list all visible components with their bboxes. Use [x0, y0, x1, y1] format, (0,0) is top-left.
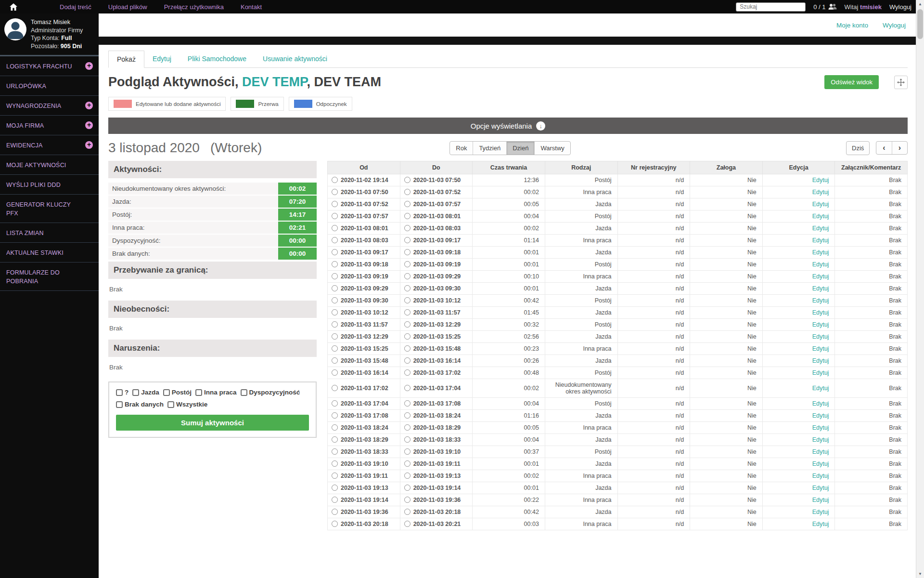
prev-day-button[interactable]: ‹ [876, 142, 892, 154]
row-radio[interactable] [404, 261, 411, 267]
row-radio[interactable] [404, 385, 411, 391]
row-radio[interactable] [404, 297, 411, 303]
filter-checkbox[interactable] [195, 389, 202, 396]
row-radio[interactable] [332, 521, 338, 527]
row-radio[interactable] [404, 285, 411, 291]
row-radio[interactable] [404, 521, 411, 527]
row-radio[interactable] [332, 225, 338, 231]
search-input[interactable] [736, 2, 806, 12]
edit-link[interactable]: Edytuj [812, 237, 829, 244]
sidebar-item-moje-aktywnosci[interactable]: MOJE AKTYWNOŚCI [0, 155, 99, 175]
row-radio[interactable] [404, 357, 411, 364]
row-radio[interactable] [332, 424, 338, 431]
row-radio[interactable] [332, 249, 338, 255]
edit-link[interactable]: Edytuj [812, 321, 829, 328]
sidebar-item-moja-firma[interactable]: MOJA FIRMA+ [0, 116, 99, 135]
edit-link[interactable]: Edytuj [812, 345, 829, 352]
my-account-link[interactable]: Moje konto [836, 22, 868, 29]
view-rok[interactable]: Rok [450, 142, 473, 155]
row-radio[interactable] [404, 213, 411, 219]
edit-link[interactable]: Edytuj [812, 357, 829, 364]
row-radio[interactable] [332, 273, 338, 279]
row-radio[interactable] [404, 177, 411, 183]
row-radio[interactable] [404, 369, 411, 376]
topbar-link-przelacz-uzytkownika[interactable]: Przełącz użytkownika [164, 3, 224, 11]
filter-checkbox[interactable] [116, 389, 123, 396]
edit-link[interactable]: Edytuj [812, 436, 829, 443]
sidebar-item-aktualne-stawki[interactable]: AKTUALNE STAWKI [0, 243, 99, 263]
edit-link[interactable]: Edytuj [812, 273, 829, 280]
edit-link[interactable]: Edytuj [812, 369, 829, 376]
sidebar-item-lista-zmian[interactable]: LISTA ZMIAN [0, 223, 99, 243]
row-radio[interactable] [332, 509, 338, 515]
filter-checkbox[interactable] [167, 401, 174, 408]
row-radio[interactable] [332, 345, 338, 352]
next-day-button[interactable]: › [892, 142, 907, 154]
scrollbar-down-arrow[interactable]: ▼ [916, 570, 924, 578]
row-radio[interactable] [332, 285, 338, 291]
edit-link[interactable]: Edytuj [812, 249, 829, 256]
edit-link[interactable]: Edytuj [812, 485, 829, 491]
edit-link[interactable]: Edytuj [812, 521, 829, 527]
row-radio[interactable] [404, 273, 411, 279]
row-radio[interactable] [404, 333, 411, 340]
edit-link[interactable]: Edytuj [812, 473, 829, 479]
row-radio[interactable] [332, 436, 338, 443]
edit-link[interactable]: Edytuj [812, 177, 829, 184]
row-radio[interactable] [404, 237, 411, 243]
filter-checkbox[interactable] [241, 389, 247, 396]
edit-link[interactable]: Edytuj [812, 297, 829, 304]
sidebar-item-logistyka-frachtu[interactable]: LOGISTYKA FRACHTU+ [0, 56, 99, 76]
row-radio[interactable] [332, 333, 338, 340]
home-button[interactable] [10, 3, 17, 11]
row-radio[interactable] [404, 412, 411, 419]
view-warstwy[interactable]: Warstwy [535, 142, 570, 155]
move-widget-button[interactable] [894, 76, 908, 89]
row-radio[interactable] [332, 357, 338, 364]
row-radio[interactable] [404, 345, 411, 352]
row-radio[interactable] [332, 448, 338, 455]
row-radio[interactable] [332, 237, 338, 243]
sidebar-item-generator-kluczy-pfx[interactable]: GENERATOR KLUCZY PFX [0, 195, 99, 223]
row-radio[interactable] [332, 177, 338, 183]
filter-checkbox[interactable] [116, 401, 123, 408]
scrollbar-up-arrow[interactable]: ▲ [916, 0, 924, 8]
edit-link[interactable]: Edytuj [812, 509, 829, 515]
row-radio[interactable] [332, 261, 338, 267]
row-radio[interactable] [332, 213, 338, 219]
topbar-logout-link[interactable]: Wyloguj [889, 3, 911, 11]
row-radio[interactable] [332, 460, 338, 467]
tab-pokaz[interactable]: Pokaż [108, 51, 144, 68]
row-radio[interactable] [404, 249, 411, 255]
view-tydzien[interactable]: Tydzień [473, 142, 507, 155]
row-radio[interactable] [332, 385, 338, 391]
row-radio[interactable] [332, 369, 338, 376]
row-radio[interactable] [332, 321, 338, 328]
tab-usuwanie-aktywnosci[interactable]: Usuwanie aktywności [255, 51, 335, 67]
edit-link[interactable]: Edytuj [812, 400, 829, 407]
row-radio[interactable] [404, 460, 411, 467]
row-radio[interactable] [404, 321, 411, 328]
sum-activities-button[interactable]: Sumuj aktywności [116, 415, 309, 431]
sidebar-item-wyslij-pliki-ddd[interactable]: WYŚLIJ PLIKI DDD [0, 175, 99, 195]
edit-link[interactable]: Edytuj [812, 460, 829, 467]
edit-link[interactable]: Edytuj [812, 201, 829, 208]
row-radio[interactable] [332, 201, 338, 207]
sidebar-item-wynagrodzenia[interactable]: WYNAGRODZENIA+ [0, 96, 99, 116]
expand-plus-icon[interactable]: + [85, 102, 93, 109]
refresh-view-button[interactable]: Odśwież widok [824, 75, 879, 89]
row-radio[interactable] [332, 297, 338, 303]
view-dzien[interactable]: Dzień [507, 142, 535, 155]
row-radio[interactable] [404, 225, 411, 231]
tab-pliki-samochodowe[interactable]: Pliki Samochodowe [180, 51, 255, 67]
sidebar-item-urlopowka[interactable]: URLOPÓWKA [0, 76, 99, 96]
scrollbar-thumb[interactable] [917, 9, 923, 39]
edit-link[interactable]: Edytuj [812, 385, 829, 392]
expand-plus-icon[interactable]: + [85, 121, 93, 129]
expand-plus-icon[interactable]: + [85, 141, 93, 149]
tab-edytuj[interactable]: Edytuj [144, 51, 180, 67]
row-radio[interactable] [404, 424, 411, 431]
row-radio[interactable] [404, 400, 411, 407]
row-radio[interactable] [404, 189, 411, 195]
edit-link[interactable]: Edytuj [812, 261, 829, 268]
